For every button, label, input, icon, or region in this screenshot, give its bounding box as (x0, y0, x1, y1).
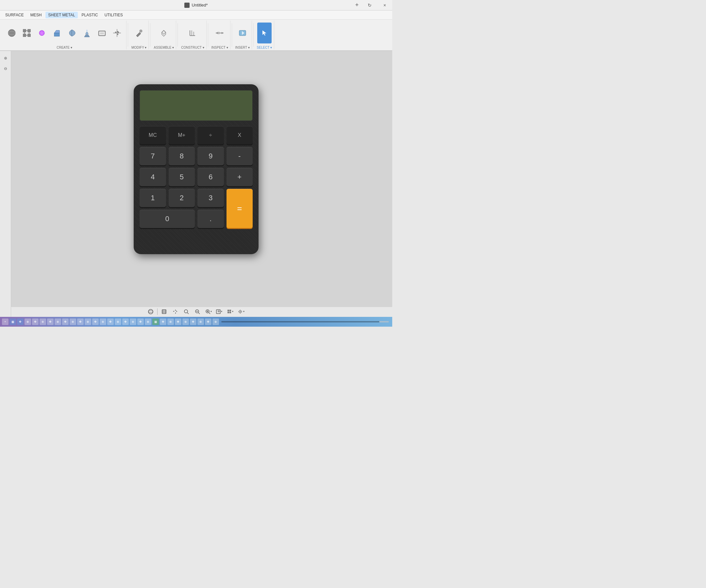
status-item-12[interactable]: ✥ (92, 319, 99, 325)
two-button[interactable]: 2 (169, 189, 195, 207)
zoom-plus-button[interactable]: ▾ (204, 307, 213, 316)
status-item-13[interactable]: ⊕ (100, 319, 106, 325)
grid-button[interactable]: ▾ (226, 307, 235, 316)
construct-main-button[interactable] (185, 23, 200, 43)
equal-button[interactable]: = (227, 189, 253, 228)
status-item-20[interactable]: ▦ (152, 319, 159, 325)
create-lattice-button[interactable] (19, 23, 34, 43)
menu-utilities[interactable]: UTILITIES (102, 12, 125, 18)
status-item-5[interactable]: ⊕ (40, 319, 46, 325)
titlebar: Untitled* + ↻ × (0, 0, 392, 10)
calculator-model: MC M+ ÷ X 7 8 9 - 4 5 6 + 1 2 3 = 0 . (134, 84, 259, 254)
inspect-main-button[interactable] (212, 23, 227, 43)
status-item-3[interactable]: ⊕ (25, 319, 31, 325)
status-item-14[interactable]: ✥ (107, 319, 114, 325)
menu-surface[interactable]: SURFACE (3, 12, 27, 18)
snap-button[interactable]: ▾ (237, 307, 246, 316)
status-item-22[interactable]: ⊕ (167, 319, 174, 325)
status-item-2[interactable]: ✥ (17, 319, 24, 325)
status-item-15[interactable]: ⊕ (115, 319, 121, 325)
four-button[interactable]: 4 (140, 168, 166, 186)
timeline-handle[interactable] (379, 321, 389, 323)
plus-button[interactable]: + (227, 168, 253, 186)
left-add-button[interactable]: ⊕ (1, 53, 10, 63)
svg-point-0 (8, 30, 15, 37)
minus-button[interactable]: - (227, 147, 253, 165)
home-button[interactable] (159, 307, 169, 316)
status-add-icon[interactable]: + (2, 319, 8, 325)
status-item-27[interactable]: ✥ (205, 319, 211, 325)
create-extrude-button[interactable] (50, 23, 64, 43)
orbit-button[interactable] (146, 307, 155, 316)
menu-plastic[interactable]: PLASTIC (79, 12, 101, 18)
status-item-23[interactable]: ✥ (175, 319, 182, 325)
svg-rect-19 (100, 32, 104, 34)
zero-button[interactable]: 0 (140, 210, 195, 228)
toolbar-group-select: SELECT ▾ (255, 20, 275, 49)
status-item-4[interactable]: ✥ (32, 319, 39, 325)
svg-marker-47 (175, 312, 176, 314)
menu-sheet-metal[interactable]: SHEET METAL (45, 12, 77, 18)
status-item-7[interactable]: ⊕ (54, 319, 61, 325)
assemble-main-button[interactable] (157, 23, 171, 43)
multiply-button[interactable]: X (227, 126, 253, 144)
mplus-button[interactable]: M+ (169, 126, 195, 144)
status-item-21[interactable]: ✥ (160, 319, 166, 325)
six-button[interactable]: 6 (197, 168, 224, 186)
status-item-10[interactable]: ✥ (77, 319, 84, 325)
select-main-button[interactable] (257, 23, 272, 43)
modify-main-button[interactable] (132, 23, 146, 43)
status-item-11[interactable]: ⊕ (85, 319, 91, 325)
create-special-button[interactable] (35, 23, 49, 43)
create-shell-button[interactable] (95, 23, 109, 43)
mc-button[interactable]: MC (140, 126, 166, 144)
sync-button[interactable]: ↻ (362, 0, 377, 10)
close-button[interactable]: × (377, 0, 392, 10)
dot-button[interactable]: . (197, 210, 224, 228)
bottom-toolbar: ▾ ▾ ▾ ▾ (0, 306, 392, 317)
status-item-26[interactable]: ⊕ (197, 319, 204, 325)
status-item-8[interactable]: ✥ (62, 319, 69, 325)
seven-button[interactable]: 7 (140, 147, 166, 165)
toolbar-group-construct: CONSTRUCT ▾ (179, 20, 206, 49)
svg-marker-33 (216, 32, 218, 34)
zoom-minus-button[interactable] (193, 307, 202, 316)
three-button[interactable]: 3 (197, 189, 224, 207)
create-move-button[interactable] (110, 23, 124, 43)
create-loft-button[interactable] (80, 23, 94, 43)
status-item-17[interactable]: ⊕ (130, 319, 136, 325)
status-item-1[interactable]: ▦ (9, 319, 16, 325)
select-buttons (257, 20, 272, 45)
nine-button[interactable]: 9 (197, 147, 224, 165)
assemble-buttons (157, 20, 171, 45)
menubar: SURFACE MESH SHEET METAL PLASTIC UTILITI… (0, 10, 392, 19)
create-revolve-button[interactable] (65, 23, 79, 43)
status-item-16[interactable]: ✥ (122, 319, 129, 325)
new-tab-button[interactable]: + (352, 0, 362, 10)
one-button[interactable]: 1 (140, 189, 166, 207)
divide-button[interactable]: ÷ (197, 126, 224, 144)
modify-icon (134, 28, 144, 38)
eight-button[interactable]: 8 (169, 147, 195, 165)
status-item-24[interactable]: ⊕ (182, 319, 189, 325)
left-minus-button[interactable]: ⊖ (1, 64, 10, 73)
toolbar-group-assemble: ASSEMBLE ▾ (152, 20, 176, 49)
status-item-6[interactable]: ✥ (47, 319, 53, 325)
create-sphere-button[interactable] (5, 23, 19, 43)
five-button[interactable]: 5 (169, 168, 195, 186)
display-mode-button[interactable]: ▾ (215, 307, 224, 316)
svg-rect-61 (218, 310, 220, 312)
pan-button[interactable] (171, 307, 180, 316)
move-icon (112, 28, 122, 38)
status-item-28[interactable]: ⊕ (212, 319, 219, 325)
toolbar-group-modify: MODIFY ▾ (129, 20, 149, 49)
status-item-18[interactable]: ✥ (137, 319, 144, 325)
status-item-25[interactable]: ✥ (190, 319, 196, 325)
svg-line-51 (187, 312, 189, 314)
menu-mesh[interactable]: MESH (28, 12, 44, 18)
insert-main-button[interactable] (235, 23, 250, 43)
status-item-19[interactable]: ⊕ (145, 319, 151, 325)
left-panel: ⊕ ⊖ (0, 51, 11, 317)
zoom-fit-button[interactable] (182, 307, 191, 316)
status-item-9[interactable]: ⊕ (70, 319, 76, 325)
